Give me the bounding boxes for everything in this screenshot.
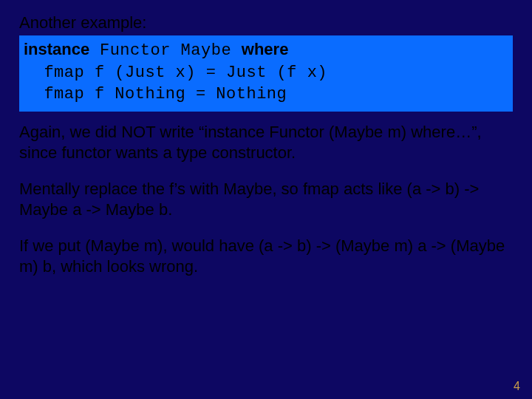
- paragraph-2: Mentally replace the f’s with Maybe, so …: [19, 179, 513, 219]
- keyword-instance: instance: [24, 40, 89, 58]
- keyword-where: where: [242, 40, 289, 58]
- code-line-3: fmap f Nothing = Nothing: [24, 83, 508, 106]
- paragraph-1: Again, we did NOT write “instance Functo…: [19, 122, 513, 163]
- paragraph-3: If we put (Maybe m), would have (a -> b)…: [19, 236, 513, 276]
- code-block: instance Functor Maybe where fmap f (Jus…: [19, 35, 513, 112]
- code-text-functor-maybe: Functor Maybe: [89, 41, 242, 60]
- code-line-2: fmap f (Just x) = Just (f x): [24, 62, 508, 84]
- slide-body: Another example: instance Functor Maybe …: [0, 0, 532, 276]
- page-number: 4: [514, 380, 520, 393]
- intro-text: Another example:: [19, 13, 513, 33]
- code-line-1: instance Functor Maybe where: [24, 38, 508, 62]
